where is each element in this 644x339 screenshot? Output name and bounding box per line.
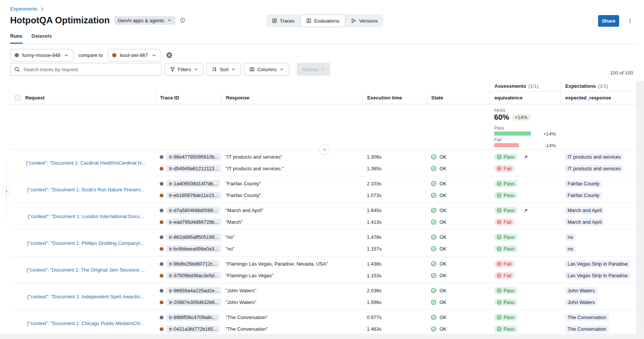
result-count: 100 of 100 xyxy=(610,70,633,76)
trace-id-badge[interactable]: tr-98e47785095810b... xyxy=(166,153,221,160)
trace-id-badge[interactable]: tr-8f88ff36c4709a8c... xyxy=(166,314,219,321)
pass-badge[interactable]: Pass xyxy=(494,325,518,333)
pass-badge[interactable]: Pass xyxy=(494,192,518,199)
open-in-trace-arrow-icon[interactable] xyxy=(523,208,528,213)
response-text: "Flamingo Las Vegas" xyxy=(226,272,358,280)
trace-id-badge[interactable]: tr-1a406508d14f7db... xyxy=(166,180,220,187)
select-all-checkbox[interactable] xyxy=(15,95,21,101)
fail-badge[interactable]: Fail xyxy=(494,272,515,279)
pass-bar-delta: +14% xyxy=(543,131,556,137)
pass-badge[interactable]: Pass xyxy=(494,153,518,160)
table-row: {"context": "Document 1: Chicago Public … xyxy=(10,310,637,337)
trace-id-badge[interactable]: tr-37509bd38ac3e5d... xyxy=(166,272,221,279)
column-header-trace-id[interactable]: Trace ID xyxy=(155,92,221,104)
execution-time: 1.073s xyxy=(367,191,422,200)
columns-button[interactable]: Columns xyxy=(244,63,289,76)
experiment-type-dropdown[interactable]: GenAI apps & agents xyxy=(114,16,175,25)
column-header-row: Request Trace ID Response Execution time… xyxy=(10,92,637,104)
execution-time: 1.157s xyxy=(367,245,422,253)
expectations-count: (1/1) xyxy=(598,83,608,89)
trace-id-badge[interactable]: tr-d54949a61212113... xyxy=(166,165,221,172)
run-dot xyxy=(160,155,163,159)
horizontal-scrollbar-track[interactable] xyxy=(0,334,644,339)
equivalence-summary: PASS 60% +14% Pass +14% Fail -14% xyxy=(490,104,560,153)
response-text: "March and April" xyxy=(226,206,358,215)
pass-badge[interactable]: Pass xyxy=(494,314,518,321)
fail-badge[interactable]: Fail xyxy=(494,260,515,267)
column-header-equivalence[interactable]: equivalence xyxy=(490,92,560,104)
run-a-dot xyxy=(15,53,19,57)
trace-id-badge[interactable]: tr-bc6bbeea456e0a3... xyxy=(166,245,221,252)
trace-id-badge[interactable]: tr-ead795d4d66728b... xyxy=(166,218,221,226)
sort-button[interactable]: Sort xyxy=(206,63,241,76)
expected-response-badge: no xyxy=(565,245,575,252)
pass-badge[interactable]: Pass xyxy=(494,234,518,241)
filters-button[interactable]: Filters xyxy=(165,63,203,76)
pass-badge[interactable]: Pass xyxy=(494,180,518,187)
actions-button[interactable]: Actions xyxy=(297,63,331,76)
execution-time: 1.645s xyxy=(367,206,422,215)
pass-bar-label: Pass xyxy=(494,125,556,131)
run-a-select[interactable]: funny-mouse-848 xyxy=(10,49,73,61)
x-circle-icon xyxy=(497,273,502,278)
request-link[interactable]: {"context": "Document 1: Scott's Run Nat… xyxy=(27,187,145,192)
state-label: OK xyxy=(440,326,447,332)
tab-datasets[interactable]: Datasets xyxy=(32,33,52,44)
request-link[interactable]: {"context": "Document 1: London Internat… xyxy=(28,214,144,219)
pass-badge[interactable]: Pass xyxy=(494,207,518,214)
trace-id-badge[interactable]: tr-96dfe25bd80712c... xyxy=(166,260,220,267)
fail-badge[interactable]: Fail xyxy=(494,218,515,226)
column-header-expected-response[interactable]: expected_response xyxy=(560,92,637,104)
trace-id-badge[interactable]: tr-eb185676de11e15... xyxy=(166,192,221,199)
check-circle-icon xyxy=(431,299,436,305)
trace-id-badge[interactable]: tr-96659a4a225ad2e... xyxy=(166,287,221,294)
request-link[interactable]: {"context": "Document 1: Independent Spi… xyxy=(27,294,144,299)
pass-badge[interactable]: Pass xyxy=(494,245,518,252)
info-icon[interactable] xyxy=(180,18,185,23)
vertical-scrollbar-track[interactable] xyxy=(636,81,644,339)
traces-icon xyxy=(272,18,277,23)
execution-time: 1.438s xyxy=(367,260,422,268)
share-button[interactable]: Share xyxy=(598,15,619,27)
check-circle-icon xyxy=(431,208,436,213)
column-header-execution-time[interactable]: Execution time xyxy=(362,92,426,104)
check-circle-icon xyxy=(431,219,436,225)
breadcrumb-experiments-link[interactable]: Experiments xyxy=(10,6,37,12)
trace-id-badge[interactable]: tr-0421a3fd772b165... xyxy=(166,325,220,333)
expected-response-badge: Las Vegas Strip in Paradise xyxy=(565,260,630,267)
collapse-summary-button[interactable] xyxy=(319,144,330,155)
column-header-response[interactable]: Response xyxy=(221,92,362,104)
state-badge: OK xyxy=(431,180,485,188)
expected-response-badge: IT products and services xyxy=(565,153,623,160)
request-link[interactable]: {"context": "Document 1: Cardinal Health… xyxy=(26,160,145,166)
clear-compare-button[interactable] xyxy=(166,52,172,58)
pass-badge[interactable]: Pass xyxy=(494,287,518,294)
run-dot xyxy=(160,167,163,171)
toolbar: Filters Sort Columns Actions xyxy=(10,63,330,76)
column-header-request[interactable]: Request xyxy=(10,92,155,104)
fail-badge[interactable]: Fail xyxy=(494,165,515,172)
tab-runs[interactable]: Runs xyxy=(10,33,23,44)
request-link[interactable]: {"context": "Document 1: Phillips Distil… xyxy=(27,240,145,246)
trace-id-badge[interactable]: tr-20887e305d632b6... xyxy=(166,299,221,306)
tab-evaluations-label: Evaluations xyxy=(314,18,339,24)
request-link[interactable]: {"context": "Document 1: The Original Ja… xyxy=(26,267,145,273)
open-in-trace-arrow-icon[interactable] xyxy=(523,154,528,160)
actions-label: Actions xyxy=(302,67,318,72)
state-label: OK xyxy=(440,219,447,225)
expand-side-panel-button[interactable] xyxy=(2,187,11,195)
tab-versions[interactable]: Versions xyxy=(345,14,383,27)
trace-id-badge[interactable]: tr-862dd95aff505199... xyxy=(166,234,221,241)
tab-traces[interactable]: Traces xyxy=(266,14,300,27)
page-title: HotpotQA Optimization xyxy=(10,14,110,27)
table-row: {"context": "Document 1: London Internat… xyxy=(10,203,637,230)
pass-badge[interactable]: Pass xyxy=(494,299,518,306)
tab-evaluations[interactable]: Evaluations xyxy=(300,14,345,27)
request-link[interactable]: {"context": "Document 1: Chicago Public … xyxy=(27,321,145,326)
columns-icon xyxy=(249,67,255,72)
column-header-state[interactable]: State xyxy=(426,92,490,104)
trace-id-badge[interactable]: tr-d7a5804f48d0089... xyxy=(166,207,220,214)
run-b-select[interactable]: loud-owl-867 xyxy=(108,49,161,61)
search-input[interactable] xyxy=(10,63,162,76)
overflow-menu-button[interactable] xyxy=(625,15,635,27)
